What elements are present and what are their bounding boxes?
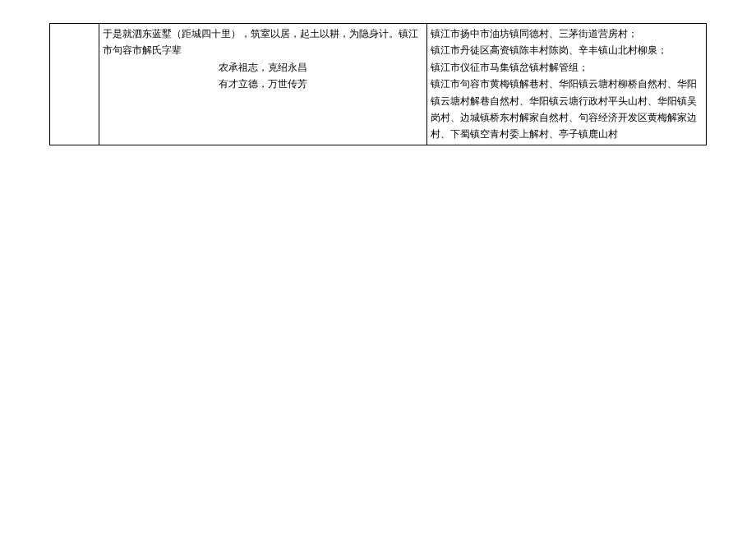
right-line-2: 镇江市丹徒区高资镇陈丰村陈岗、辛丰镇山北村柳泉； <box>431 42 703 58</box>
left-line-3: 有才立德，万世传芳 <box>103 76 424 92</box>
table-row: 于是就泗东蓝墅（距城四十里），筑室以居，起土以耕，为隐身计。镇江市句容市解氏字辈… <box>50 24 707 145</box>
table-container: 于是就泗东蓝墅（距城四十里），筑室以居，起土以耕，为隐身计。镇江市句容市解氏字辈… <box>49 23 756 145</box>
right-line-1: 镇江市扬中市油坊镇同德村、三茅街道营房村； <box>431 25 703 42</box>
data-table: 于是就泗东蓝墅（距城四十里），筑室以居，起土以耕，为隐身计。镇江市句容市解氏字辈… <box>49 23 707 145</box>
left-cell: 于是就泗东蓝墅（距城四十里），筑室以居，起土以耕，为隐身计。镇江市句容市解氏字辈… <box>99 24 427 145</box>
right-line-3: 镇江市仪征市马集镇岔镇村解管组； <box>431 59 703 76</box>
left-line-1: 于是就泗东蓝墅（距城四十里），筑室以居，起土以耕，为隐身计。镇江市句容市解氏字辈 <box>103 28 418 56</box>
empty-cell <box>50 24 99 145</box>
right-cell: 镇江市扬中市油坊镇同德村、三茅街道营房村； 镇江市丹徒区高资镇陈丰村陈岗、辛丰镇… <box>427 24 707 145</box>
left-line-2: 农承祖志，克绍永昌 <box>103 59 424 76</box>
right-line-4: 镇江市句容市黄梅镇解巷村、华阳镇云塘村柳桥自然村、华阳镇云塘村解巷自然村、华阳镇… <box>431 76 703 143</box>
